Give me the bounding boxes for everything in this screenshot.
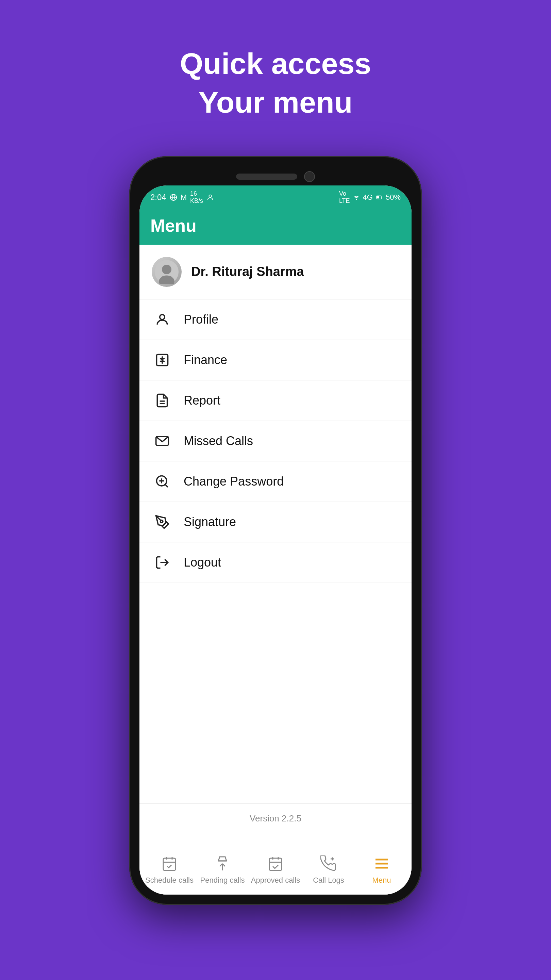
missed-calls-label: Missed Calls (184, 434, 253, 448)
avatar-image (155, 260, 179, 284)
status-kb: 16KB/s (190, 190, 203, 205)
battery-icon (375, 194, 383, 201)
user-row: Dr. Rituraj Sharma (140, 245, 411, 299)
status-left: 2:04 M 16KB/s (150, 190, 214, 205)
signature-icon (153, 513, 171, 531)
header-title: Menu (150, 215, 401, 236)
schedule-calls-icon (160, 854, 179, 873)
menu-item-signature[interactable]: Signature (140, 502, 411, 542)
status-volte: VoLTE (339, 190, 350, 205)
call-logs-icon (319, 854, 338, 873)
version-text: Version 2.2.5 (140, 803, 411, 833)
change-password-icon (153, 472, 171, 491)
phone-notch-pill (236, 173, 297, 180)
nav-item-approved-calls[interactable]: Approved calls (250, 854, 301, 885)
person-icon (206, 194, 214, 201)
menu-item-logout[interactable]: Logout (140, 542, 411, 583)
page-title: Quick access Your menu (129, 44, 422, 122)
status-time: 2:04 (150, 192, 166, 202)
phone-notch-bar (140, 166, 411, 185)
menu-item-report[interactable]: Report (140, 380, 411, 421)
missed-calls-icon (153, 432, 171, 450)
spacer (140, 583, 411, 804)
call-logs-label: Call Logs (313, 876, 344, 885)
bottom-nav: Schedule calls Pending calls (140, 847, 411, 894)
page-background: Quick access Your menu 2:04 M 16KB/s VoL… (129, 0, 422, 905)
approved-calls-label: Approved calls (251, 876, 300, 885)
schedule-calls-label: Schedule calls (145, 876, 194, 885)
menu-nav-label: Menu (372, 876, 391, 885)
status-battery: 50% (386, 193, 401, 202)
svg-rect-23 (269, 858, 282, 870)
phone-wrapper: 2:04 M 16KB/s VoLTE 4G 50% Menu (129, 156, 422, 905)
report-label: Report (184, 393, 221, 408)
svg-rect-18 (163, 858, 176, 870)
pending-calls-label: Pending calls (200, 876, 245, 885)
phone-screen: 2:04 M 16KB/s VoLTE 4G 50% Menu (140, 185, 411, 894)
nav-item-menu[interactable]: Menu (356, 854, 407, 885)
logout-icon (153, 553, 171, 572)
phone-camera (304, 171, 315, 182)
menu-item-finance[interactable]: $ Finance (140, 340, 411, 380)
finance-icon: $ (153, 351, 171, 369)
globe-icon (170, 194, 177, 201)
svg-point-8 (160, 314, 165, 320)
app-header: Menu (140, 209, 411, 245)
menu-hamburger-icon (372, 854, 391, 873)
wifi-icon (353, 194, 360, 201)
pending-calls-icon (213, 854, 232, 873)
change-password-label: Change Password (184, 474, 284, 488)
report-icon (153, 391, 171, 410)
finance-label: Finance (184, 353, 227, 367)
signature-label: Signature (184, 515, 236, 529)
approved-calls-icon (266, 854, 285, 873)
status-signal: 4G (363, 193, 373, 202)
svg-rect-4 (376, 196, 379, 198)
menu-item-profile[interactable]: Profile (140, 299, 411, 340)
nav-item-call-logs[interactable]: Call Logs (303, 854, 354, 885)
menu-item-missed-calls[interactable]: Missed Calls (140, 421, 411, 461)
profile-icon (153, 310, 171, 329)
status-bar: 2:04 M 16KB/s VoLTE 4G 50% (140, 185, 411, 209)
nav-item-pending-calls[interactable]: Pending calls (197, 854, 248, 885)
svg-point-16 (160, 520, 163, 522)
svg-point-2 (356, 198, 357, 200)
avatar (152, 257, 182, 287)
status-right: VoLTE 4G 50% (339, 190, 401, 205)
bottom-padding (140, 833, 411, 847)
svg-text:$: $ (161, 357, 164, 363)
menu-content: Dr. Rituraj Sharma Profile $ Finance (140, 245, 411, 847)
logout-label: Logout (184, 555, 221, 570)
svg-point-1 (209, 195, 211, 197)
status-mail-icon: M (181, 193, 187, 202)
profile-label: Profile (184, 312, 218, 327)
nav-item-schedule-calls[interactable]: Schedule calls (144, 854, 195, 885)
user-name: Dr. Rituraj Sharma (191, 264, 304, 279)
svg-point-6 (162, 265, 171, 274)
menu-item-change-password[interactable]: Change Password (140, 461, 411, 502)
